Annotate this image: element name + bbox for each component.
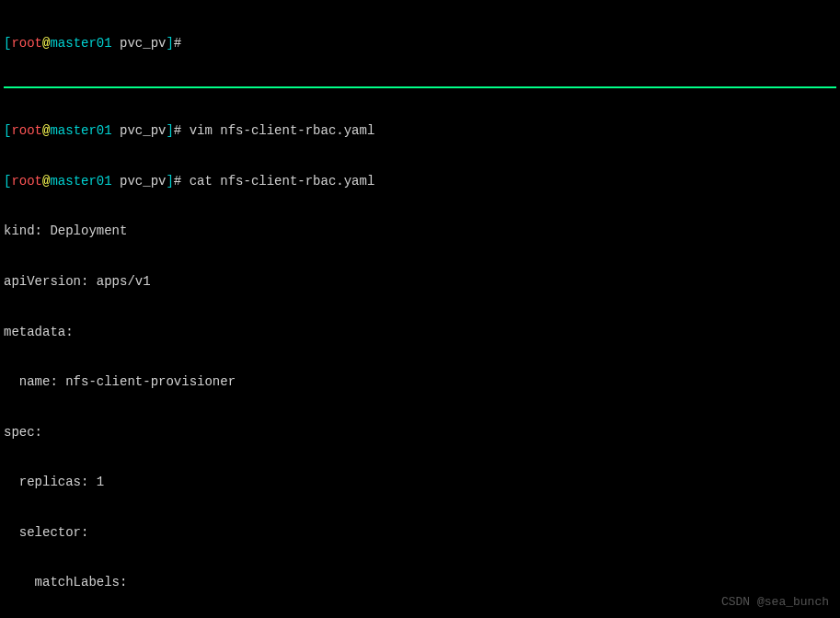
prompt-hash: # bbox=[174, 36, 181, 51]
yaml-line: metadata: bbox=[4, 324, 836, 340]
watermark-text: CSDN @sea_bunch bbox=[721, 595, 829, 611]
yaml-line: spec: bbox=[4, 424, 836, 441]
prompt-line-cat: [root@master01 pvc_pv]# cat nfs-client-r… bbox=[4, 173, 836, 189]
yaml-line: name: nfs-client-provisioner bbox=[4, 373, 836, 390]
prompt-path: pvc_pv bbox=[112, 36, 167, 51]
yaml-line: apiVersion: apps/v1 bbox=[4, 273, 836, 290]
separator-line bbox=[4, 86, 836, 88]
yaml-line: matchLabels: bbox=[4, 574, 836, 590]
prompt-line-vim: [root@master01 pvc_pv]# vim nfs-client-r… bbox=[4, 122, 836, 139]
yaml-line: replicas: 1 bbox=[4, 474, 836, 490]
prompt-host: master01 bbox=[50, 36, 111, 51]
prompt-user: root bbox=[11, 36, 42, 51]
yaml-line: kind: Deployment bbox=[4, 223, 836, 239]
bracket-close: ] bbox=[166, 36, 173, 51]
command-cat: cat nfs-client-rbac.yaml bbox=[181, 174, 374, 189]
terminal-window[interactable]: [root@master01 pvc_pv]# [root@master01 p… bbox=[0, 0, 840, 618]
yaml-line: selector: bbox=[4, 524, 836, 541]
command-vim: vim nfs-client-rbac.yaml bbox=[181, 123, 374, 138]
prompt-line-empty: [root@master01 pvc_pv]# bbox=[4, 35, 836, 52]
